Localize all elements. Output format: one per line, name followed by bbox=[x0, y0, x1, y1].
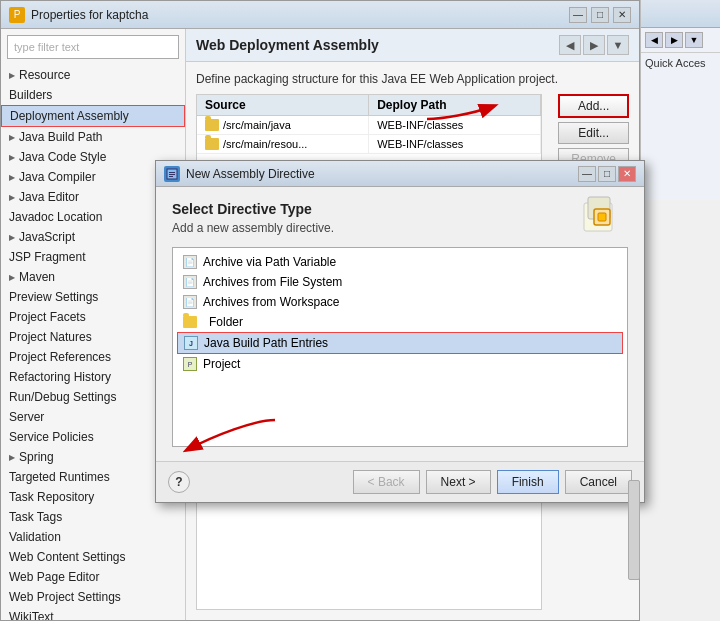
table-row[interactable]: /src/main/java WEB-INF/classes bbox=[197, 116, 541, 135]
deploy-cell-2: WEB-INF/classes bbox=[369, 135, 541, 153]
modal-maximize-button[interactable]: □ bbox=[598, 166, 616, 182]
quick-access-label: Quick Acces bbox=[641, 53, 720, 73]
directive-type-icon bbox=[578, 191, 628, 241]
cancel-button[interactable]: Cancel bbox=[565, 470, 632, 494]
window-title: Properties for kaptcha bbox=[31, 8, 148, 22]
source-cell-2: /src/main/resou... bbox=[197, 135, 369, 153]
back-button[interactable]: < Back bbox=[353, 470, 420, 494]
quick-access-header bbox=[641, 0, 720, 28]
sidebar-item-java-build-path[interactable]: Java Build Path bbox=[1, 127, 185, 147]
add-button[interactable]: Add... bbox=[558, 94, 629, 118]
sidebar-item-deployment-assembly[interactable]: Deployment Assembly bbox=[1, 105, 185, 127]
table-row[interactable]: /src/main/resou... WEB-INF/classes bbox=[197, 135, 541, 154]
next-button[interactable]: Next > bbox=[426, 470, 491, 494]
svg-rect-3 bbox=[169, 176, 173, 177]
title-bar: P Properties for kaptcha — □ ✕ bbox=[1, 1, 639, 29]
sidebar-item-validation[interactable]: Validation bbox=[1, 527, 185, 547]
source-cell-1: /src/main/java bbox=[197, 116, 369, 134]
modal-icon bbox=[164, 166, 180, 182]
search-box[interactable]: type filter text bbox=[7, 35, 179, 59]
folder-icon-1 bbox=[205, 119, 219, 131]
directive-label-archive-fs: Archives from File System bbox=[203, 275, 342, 289]
sidebar-item-builders[interactable]: Builders bbox=[1, 85, 185, 105]
sidebar-item-web-page-editor[interactable]: Web Page Editor bbox=[1, 567, 185, 587]
col-deploy-path: Deploy Path bbox=[369, 95, 541, 115]
modal-title: New Assembly Directive bbox=[186, 167, 576, 181]
modal-dialog: New Assembly Directive — □ ✕ Select Dire… bbox=[155, 160, 645, 503]
nav-dropdown-button[interactable]: ▼ bbox=[607, 35, 629, 55]
modal-titlebar: New Assembly Directive — □ ✕ bbox=[156, 161, 644, 187]
directive-item-project[interactable]: P Project bbox=[177, 354, 623, 374]
scrollbar[interactable] bbox=[628, 480, 640, 580]
directive-label-archive-ws: Archives from Workspace bbox=[203, 295, 339, 309]
modal-footer: ? < Back Next > Finish Cancel bbox=[156, 461, 644, 502]
directive-label-folder: Folder bbox=[209, 315, 243, 329]
help-button[interactable]: ? bbox=[168, 471, 190, 493]
archive-path-icon: 📄 bbox=[183, 255, 197, 269]
quick-access-panel: ◀ ▶ ▼ Quick Acces bbox=[640, 0, 720, 200]
maximize-button[interactable]: □ bbox=[591, 7, 609, 23]
panel-description: Define packaging structure for this Java… bbox=[196, 72, 629, 86]
modal-minimize-button[interactable]: — bbox=[578, 166, 596, 182]
project-icon: P bbox=[183, 357, 197, 371]
directive-item-archive-filesystem[interactable]: 📄 Archives from File System bbox=[177, 272, 623, 292]
panel-title: Web Deployment Assembly bbox=[196, 37, 559, 53]
qa-forward-button[interactable]: ▶ bbox=[665, 32, 683, 48]
directive-label-archive-path: Archive via Path Variable bbox=[203, 255, 336, 269]
java-build-icon: J bbox=[184, 336, 198, 350]
directive-list: 📄 Archive via Path Variable 📄 Archives f… bbox=[172, 247, 628, 447]
svg-rect-2 bbox=[169, 174, 175, 175]
finish-button[interactable]: Finish bbox=[497, 470, 559, 494]
folder-icon-2 bbox=[205, 138, 219, 150]
panel-nav: ◀ ▶ ▼ bbox=[559, 35, 629, 55]
archive-ws-icon: 📄 bbox=[183, 295, 197, 309]
deploy-cell-1: WEB-INF/classes bbox=[369, 116, 541, 134]
sidebar-item-task-tags[interactable]: Task Tags bbox=[1, 507, 185, 527]
search-placeholder: type filter text bbox=[14, 41, 79, 53]
close-button[interactable]: ✕ bbox=[613, 7, 631, 23]
svg-rect-7 bbox=[598, 213, 606, 221]
modal-section-title: Select Directive Type bbox=[172, 201, 628, 217]
folder-icon bbox=[183, 316, 197, 328]
panel-header: Web Deployment Assembly ◀ ▶ ▼ bbox=[186, 29, 639, 62]
svg-rect-1 bbox=[169, 172, 175, 173]
archive-fs-icon: 📄 bbox=[183, 275, 197, 289]
sidebar-item-wikitext[interactable]: WikiText bbox=[1, 607, 185, 620]
qa-dropdown-button[interactable]: ▼ bbox=[685, 32, 703, 48]
window-icon: P bbox=[9, 7, 25, 23]
directive-item-archive-workspace[interactable]: 📄 Archives from Workspace bbox=[177, 292, 623, 312]
sidebar-item-web-content-settings[interactable]: Web Content Settings bbox=[1, 547, 185, 567]
table-header: Source Deploy Path bbox=[197, 95, 541, 116]
minimize-button[interactable]: — bbox=[569, 7, 587, 23]
directive-item-folder[interactable]: Folder bbox=[177, 312, 623, 332]
qa-back-button[interactable]: ◀ bbox=[645, 32, 663, 48]
modal-close-button[interactable]: ✕ bbox=[618, 166, 636, 182]
modal-section-desc: Add a new assembly directive. bbox=[172, 221, 628, 235]
nav-back-button[interactable]: ◀ bbox=[559, 35, 581, 55]
directive-label-project: Project bbox=[203, 357, 240, 371]
modal-body: Select Directive Type Add a new assembly… bbox=[156, 187, 644, 461]
directive-item-java-build-path[interactable]: J Java Build Path Entries bbox=[177, 332, 623, 354]
sidebar-item-resource[interactable]: Resource bbox=[1, 65, 185, 85]
window-controls: — □ ✕ bbox=[569, 7, 631, 23]
directive-label-java-build: Java Build Path Entries bbox=[204, 336, 328, 350]
directive-item-archive-path[interactable]: 📄 Archive via Path Variable bbox=[177, 252, 623, 272]
sidebar-item-web-project-settings[interactable]: Web Project Settings bbox=[1, 587, 185, 607]
col-source: Source bbox=[197, 95, 369, 115]
edit-button[interactable]: Edit... bbox=[558, 122, 629, 144]
nav-forward-button[interactable]: ▶ bbox=[583, 35, 605, 55]
